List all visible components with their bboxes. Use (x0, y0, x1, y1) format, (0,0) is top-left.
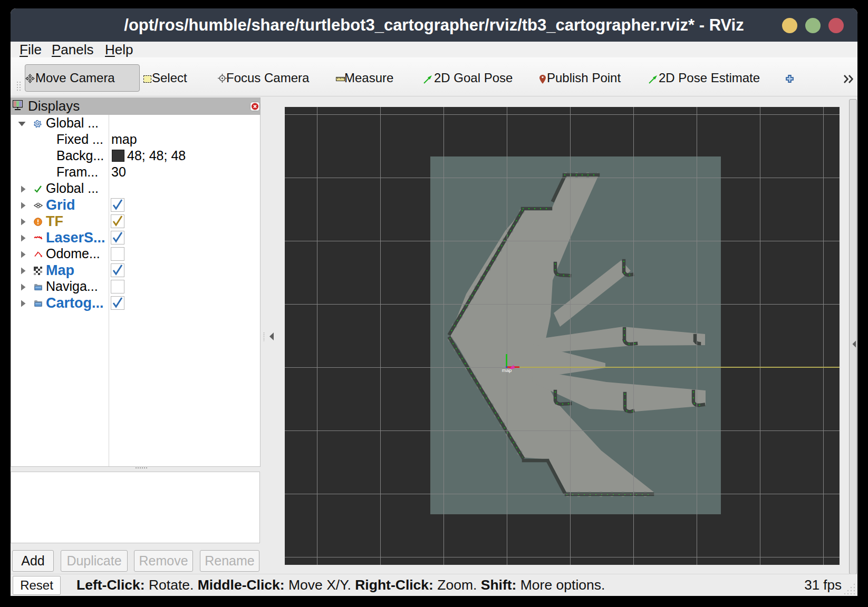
svg-text:map: map (502, 367, 512, 373)
